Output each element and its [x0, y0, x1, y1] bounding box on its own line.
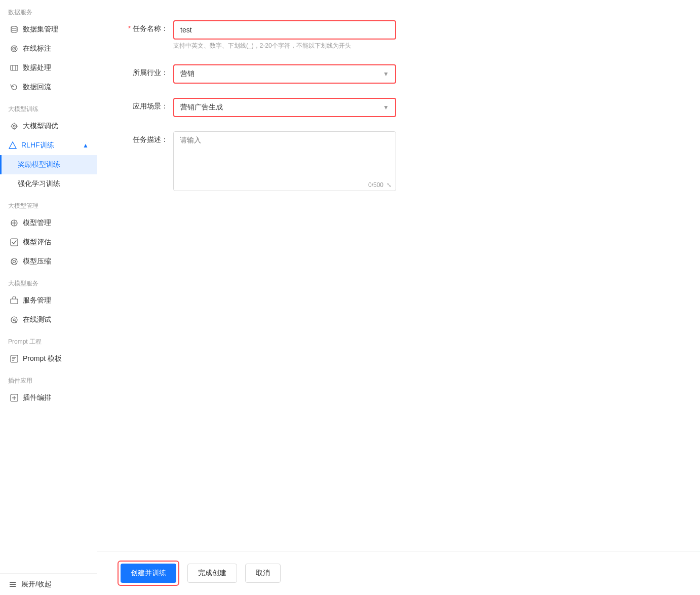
- sidebar-item-data-collection[interactable]: 数据集管理: [0, 20, 97, 39]
- task-name-row: * 任务名称： 支持中英文、数字、下划线(_)，2-20个字符，不能以下划线为开…: [128, 20, 523, 50]
- menu-icon: [8, 580, 17, 589]
- sidebar-item-model-management[interactable]: 模型管理: [0, 213, 97, 233]
- sidebar-item-label: 模型管理: [23, 218, 51, 228]
- chevron-down-icon: ▼: [383, 70, 389, 78]
- section-label-llm-mgmt: 大模型管理: [0, 194, 97, 213]
- task-name-wrap: 支持中英文、数字、下划线(_)，2-20个字符，不能以下划线为开头: [173, 20, 523, 50]
- sidebar-item-reward-model[interactable]: 奖励模型训练: [0, 155, 97, 174]
- service-icon: [10, 296, 19, 305]
- svg-rect-17: [11, 239, 18, 246]
- svg-point-19: [13, 261, 16, 263]
- char-count: 0/500: [368, 181, 383, 189]
- sidebar-item-service-management[interactable]: 服务管理: [0, 291, 97, 310]
- section-label-llm-train: 大模型训练: [0, 97, 97, 117]
- sidebar-item-label: 模型压缩: [23, 257, 51, 266]
- action-bar: 创建并训练 完成创建 取消: [97, 551, 700, 595]
- tune-icon: [10, 122, 19, 131]
- section-label-data: 数据服务: [0, 0, 97, 20]
- description-textarea[interactable]: [174, 132, 396, 177]
- eval-icon: [10, 238, 19, 247]
- primary-action-highlight: 创建并训练: [118, 561, 179, 586]
- scene-select[interactable]: 营销广告生成 ▼: [173, 98, 396, 117]
- textarea-wrap: 0/500 ⤡: [173, 131, 396, 191]
- scene-wrap: 营销广告生成 ▼: [173, 98, 523, 117]
- compress-icon: [10, 257, 19, 266]
- sidebar-item-label: 数据集管理: [23, 25, 58, 34]
- svg-point-26: [13, 319, 15, 321]
- description-row: 任务描述： 0/500 ⤡: [128, 131, 523, 191]
- sidebar-item-label: 大模型调优: [23, 122, 58, 131]
- industry-label: 所属行业：: [128, 64, 173, 78]
- sidebar-item-prompt-template[interactable]: Prompt 模板: [0, 349, 97, 368]
- main-content: * 任务名称： 支持中英文、数字、下划线(_)，2-20个字符，不能以下划线为开…: [97, 0, 700, 595]
- industry-wrap: 营销 ▼: [173, 64, 523, 84]
- complete-create-button[interactable]: 完成创建: [187, 564, 237, 583]
- scene-label: 应用场景：: [128, 98, 173, 111]
- sidebar-item-label: 奖励模型训练: [18, 160, 60, 169]
- sidebar-item-data-return[interactable]: 数据回流: [0, 78, 97, 97]
- scene-value: 营销广告生成: [180, 103, 223, 112]
- sidebar-item-model-compression[interactable]: 模型压缩: [0, 252, 97, 271]
- rlhf-icon: [8, 141, 17, 150]
- sidebar-item-model-finetune[interactable]: 大模型调优: [0, 117, 97, 136]
- scene-row: 应用场景： 营销广告生成 ▼: [128, 98, 523, 117]
- svg-point-3: [14, 48, 15, 49]
- svg-marker-13: [9, 142, 16, 148]
- chevron-down-icon: ▼: [383, 104, 389, 111]
- industry-value: 营销: [180, 69, 195, 79]
- task-name-hint: 支持中英文、数字、下划线(_)，2-20个字符，不能以下划线为开头: [173, 42, 523, 50]
- model-icon: [10, 218, 19, 228]
- industry-select[interactable]: 营销 ▼: [173, 64, 396, 84]
- textarea-footer: 0/500 ⤡: [174, 179, 396, 191]
- plugin-icon: [10, 393, 19, 402]
- sidebar-item-label: 在线标注: [23, 44, 51, 53]
- task-name-input[interactable]: [173, 20, 396, 40]
- description-wrap: 0/500 ⤡: [173, 131, 523, 191]
- section-label-plugin: 插件应用: [0, 368, 97, 388]
- resize-icon: ⤡: [386, 181, 392, 189]
- cancel-button[interactable]: 取消: [245, 564, 281, 583]
- prompt-icon: [10, 354, 19, 363]
- target-icon: [10, 44, 19, 53]
- expand-collapse-label: 展开/收起: [21, 580, 52, 589]
- sidebar-item-label: RLHF训练: [21, 141, 54, 150]
- sidebar-item-label: 服务管理: [23, 296, 51, 305]
- svg-point-0: [11, 26, 17, 28]
- svg-line-27: [15, 321, 17, 322]
- task-name-label: * 任务名称：: [128, 20, 173, 33]
- sidebar-item-plugin-arrange[interactable]: 插件编排: [0, 388, 97, 407]
- sidebar-item-label: Prompt 模板: [23, 354, 62, 363]
- sidebar-expand-collapse[interactable]: 展开/收起: [0, 573, 97, 595]
- test-icon: [10, 315, 19, 324]
- sidebar-item-label: 数据处理: [23, 63, 51, 72]
- sidebar-item-data-processing[interactable]: 数据处理: [0, 58, 97, 78]
- svg-rect-24: [11, 299, 18, 304]
- sidebar-item-label: 插件编排: [23, 393, 51, 402]
- sidebar-item-label: 数据回流: [23, 83, 51, 92]
- create-and-train-button[interactable]: 创建并训练: [121, 564, 176, 583]
- sidebar-item-reinforce[interactable]: 强化学习训练: [0, 174, 97, 194]
- section-label-llm-service: 大模型服务: [0, 271, 97, 291]
- sidebar-item-online-test[interactable]: 在线测试: [0, 310, 97, 329]
- process-icon: [10, 63, 19, 72]
- sidebar-item-online-annotation[interactable]: 在线标注: [0, 39, 97, 58]
- sidebar-item-rlhf[interactable]: RLHF训练 ▲: [0, 136, 97, 155]
- description-label: 任务描述：: [128, 131, 173, 144]
- sidebar-item-model-evaluation[interactable]: 模型评估: [0, 233, 97, 252]
- industry-row: 所属行业： 营销 ▼: [128, 64, 523, 84]
- return-icon: [10, 83, 19, 92]
- sidebar-item-label: 强化学习训练: [18, 179, 60, 189]
- svg-point-8: [13, 125, 15, 127]
- svg-point-7: [12, 124, 17, 129]
- section-label-prompt: Prompt 工程: [0, 329, 97, 349]
- sidebar-item-label: 在线测试: [23, 315, 51, 324]
- chevron-up-icon: ▲: [83, 142, 89, 149]
- sidebar: 数据服务 数据集管理 在线标注 数据处理 数据回流 大模型训练 大模型调优: [0, 0, 97, 595]
- form-area: * 任务名称： 支持中英文、数字、下划线(_)，2-20个字符，不能以下划线为开…: [97, 0, 553, 226]
- svg-rect-4: [11, 65, 18, 70]
- database-icon: [10, 25, 19, 34]
- sidebar-item-label: 模型评估: [23, 238, 51, 247]
